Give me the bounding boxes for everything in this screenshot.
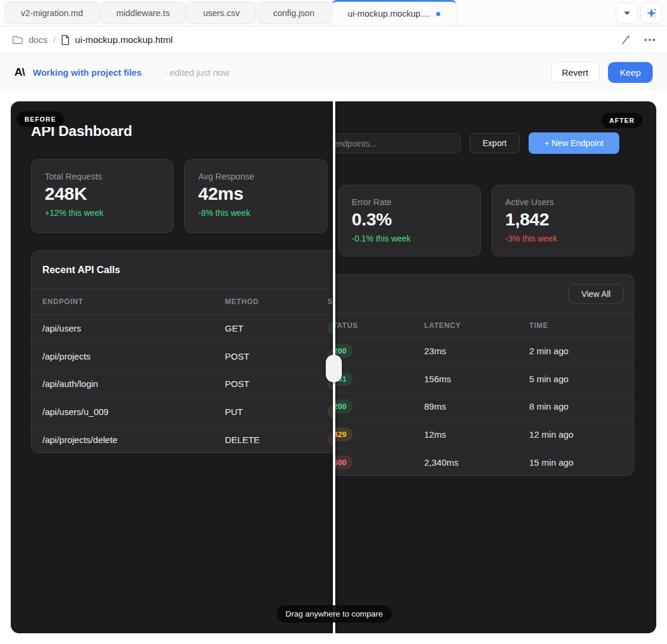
stat-delta: -3% this week — [505, 234, 620, 243]
chevron-down-icon — [623, 11, 631, 16]
tab-overflow-button[interactable] — [616, 2, 638, 24]
tab-label: ui-mockup.mockup.... — [348, 9, 430, 18]
after-badge: AFTER — [601, 113, 643, 128]
breadcrumb-file: ui-mockup.mockup.html — [75, 35, 173, 45]
ai-edit-button[interactable] — [620, 34, 631, 45]
tab-label: middleware.ts — [116, 8, 169, 18]
stat-label: Avg Response — [198, 172, 313, 181]
new-ai-file-button[interactable] — [640, 2, 662, 24]
cell-method: POST — [225, 379, 328, 389]
col-latency: LATENCY — [424, 321, 529, 330]
cell-latency: 156ms — [424, 374, 529, 384]
cell-time: 5 min ago — [529, 374, 634, 384]
cell-time: 15 min ago — [529, 457, 634, 467]
revert-button[interactable]: Revert — [551, 62, 600, 83]
stat-card-error-rate: Error Rate 0.3% -0.1% this week — [338, 185, 481, 256]
breadcrumb-separator: / — [53, 35, 55, 45]
cell-method: GET — [225, 323, 328, 333]
cell-endpoint: /api/projects — [42, 351, 225, 361]
stat-delta: +12% this week — [45, 208, 160, 218]
edited-timestamp: · edited just now — [164, 67, 229, 78]
more-button[interactable] — [644, 39, 655, 41]
tab-users-csv[interactable]: users.csv — [187, 2, 255, 24]
export-button[interactable]: Export — [470, 133, 520, 153]
cell-endpoint: /api/users/u_009 — [42, 407, 225, 417]
more-icon — [649, 39, 651, 41]
view-all-button[interactable]: View All — [569, 284, 623, 304]
stat-label: Error Rate — [352, 197, 467, 207]
folder-icon — [12, 35, 23, 45]
mockup-preview: API Dashboard Total Requests 248K +12% t… — [11, 101, 656, 633]
stat-card-total-requests: Total Requests 248K +12% this week — [31, 159, 174, 233]
stat-card-avg-response: Avg Response 42ms -8% this week — [184, 159, 327, 233]
cell-endpoint: /api/users — [42, 323, 225, 333]
cell-time: 2 min ago — [529, 346, 634, 356]
tab-list: v2-migration.md middleware.ts users.csv … — [5, 0, 456, 26]
breadcrumb: docs / ui-mockup.mockup.html — [0, 26, 667, 54]
stat-delta: -8% this week — [198, 208, 313, 218]
ai-status-text: Working with project files — [33, 67, 141, 78]
stat-value: 248K — [45, 184, 160, 204]
cell-method: PUT — [225, 407, 328, 417]
cell-endpoint: /api/auth/login — [42, 379, 225, 389]
cell-latency: 12ms — [424, 429, 529, 439]
cell-latency: 23ms — [424, 346, 529, 356]
cell-time: 12 min ago — [529, 429, 634, 439]
new-endpoint-button[interactable]: + New Endpoint — [529, 132, 619, 154]
more-icon — [653, 39, 655, 41]
cell-endpoint: /api/projects/delete — [42, 435, 225, 445]
col-time: TIME — [529, 321, 634, 330]
unsaved-dot — [436, 12, 440, 16]
tab-label: users.csv — [203, 8, 239, 18]
ai-status-bar: A\ Working with project files · edited j… — [0, 54, 667, 91]
compare-slider-handle[interactable] — [326, 355, 342, 382]
keep-button[interactable]: Keep — [608, 62, 653, 83]
stat-value: 0.3% — [352, 209, 467, 230]
before-badge: BEFORE — [17, 112, 64, 127]
col-endpoint: ENDPOINT — [42, 298, 225, 306]
sparkle-icon — [646, 7, 657, 19]
file-icon — [61, 35, 70, 45]
stat-card-active-users: Active Users 1,842 -3% this week — [492, 185, 634, 256]
tab-middleware[interactable]: middleware.ts — [100, 2, 186, 24]
breadcrumb-folder[interactable]: docs — [29, 35, 48, 45]
stat-label: Total Requests — [45, 172, 160, 181]
stat-label: Active Users — [505, 197, 620, 207]
col-status: STATUS — [328, 321, 424, 330]
cell-time: 8 min ago — [529, 401, 634, 411]
drag-hint-tooltip: Drag anywhere to compare — [277, 605, 392, 623]
cell-latency: 89ms — [424, 401, 529, 411]
cell-method: DELETE — [225, 435, 328, 445]
tab-ui-mockup-active[interactable]: ui-mockup.mockup.... — [332, 0, 456, 26]
stat-delta: -0.1% this week — [352, 234, 467, 243]
anthropic-logo: A\ — [14, 66, 24, 79]
col-method: METHOD — [225, 298, 328, 306]
ai-edit-icon — [620, 34, 631, 45]
more-icon — [644, 39, 647, 41]
file-tab-bar: v2-migration.md middleware.ts users.csv … — [0, 0, 667, 26]
tab-v2-migration[interactable]: v2-migration.md — [5, 2, 99, 24]
tab-label: v2-migration.md — [21, 8, 83, 18]
cell-latency: 2,340ms — [424, 457, 529, 467]
stat-value: 42ms — [198, 184, 313, 204]
tab-config-json[interactable]: config.json — [257, 2, 331, 24]
cell-method: POST — [225, 351, 328, 361]
stat-value: 1,842 — [505, 209, 620, 230]
panel-title: Recent API Calls — [42, 264, 121, 275]
tab-label: config.json — [273, 8, 314, 18]
